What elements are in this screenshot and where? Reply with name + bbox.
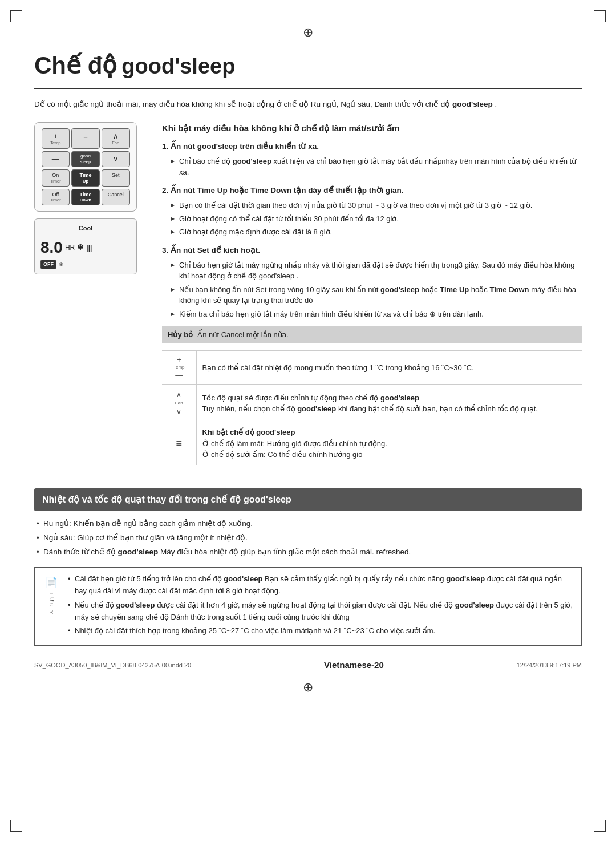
left-column: + Temp ≡ ∧ Fan — goodsleep [34,122,148,477]
table-icon-fan: ∧ Fan ∨ [162,385,196,422]
table-text-fan: Tốc độ quạt sẽ được điều chỉnh tự động t… [196,385,582,422]
step-3: 3. Ấn nút Set để kích hoạt. Chỉ báo hẹn … [162,245,582,320]
table-text-swing: Khi bật chế độ good'sleep Ở chế độ làm m… [196,422,582,465]
cancel-row: Hủy bỏ Ấn nút Cancel một lần nữa. [162,326,582,343]
note-icon-col: 📄 LƯU Ý [43,573,60,639]
remote-cancel: Cancel [102,189,130,206]
step2-title: 2. Ấn nút Time Up hoặc Time Down tận đáy… [162,185,582,196]
remote-wrap: + Temp ≡ ∧ Fan — goodsleep [39,128,132,206]
step1-title: 1. Ấn nút good'sleep trên điều khiển từ … [162,141,582,152]
title-good-sleep: good'sleep [121,50,235,83]
cancel-label: Hủy bỏ [168,329,193,341]
display-cool-label: Cool [40,224,131,233]
display-panel-image: Cool 8.0 HR ❄ ||| OFF ❄ [34,218,137,274]
step3-bullet-2: Nếu bạn không ấn nút Set trong vòng 10 g… [171,284,582,306]
step3-bullet-3: Kiểm tra chỉ báo hẹn giờ tắt máy trên mà… [171,309,582,320]
section2-bullet-2: Ngủ sâu: Giúp cơ thể bạn thư giãn và tăn… [34,532,582,544]
corner-tl [10,10,22,22]
section2-heading: Nhiệt độ và tốc độ quạt thay đổi trong c… [34,488,582,511]
corner-br [594,820,606,832]
display-off-label: OFF [40,260,56,270]
main-content: + Temp ≡ ∧ Fan — goodsleep [34,122,582,477]
remote-fan-down: ∨ [102,151,130,167]
footer-date-label: 12/24/2013 9:17:19 PM [517,661,582,670]
remote-off-timer: Off Timer [42,189,70,206]
remote-temp-minus: — [42,151,70,167]
remote-time-down: Time Down [71,189,100,206]
step1-bullets: Chỉ báo chế độ good'sleep xuất hiện và c… [171,156,582,178]
section2-bullet-list: Ru ngủ: Khiến bạn dễ ngủ bằng cách giảm … [34,518,582,558]
info-table: + Temp — Bạn có thể cài đặt nhiệt độ mon… [162,350,582,465]
table-row-temp: + Temp — Bạn có thể cài đặt nhiệt độ mon… [162,350,582,384]
step3-bullets: Chỉ báo hẹn giờ tắt máy ngừng nhấp nháy … [171,260,582,320]
note-box: 📄 LƯU Ý Cài đặt hẹn giờ từ 5 tiếng trở l… [34,567,582,646]
corner-tr [594,10,606,22]
display-sub-row: OFF ❄ [40,260,131,270]
note-document-icon: 📄 [45,574,58,591]
note-content: Cài đặt hẹn giờ từ 5 tiếng trở lên cho c… [67,573,573,639]
section2-bullet-1: Ru ngủ: Khiến bạn dễ ngủ bằng cách giảm … [34,518,582,529]
title-part1: Chế độ [34,47,117,83]
right-column: Khi bật máy điều hòa không khí ở chế độ … [162,122,582,477]
step2-bullet-1: Bạn có thể cài đặt thời gian theo đơn vị… [171,200,582,211]
compass-bottom-icon: ⊕ [34,678,582,697]
footer: SV_GOOD_A3050_IB&IM_VI_DB68-04275A-00.in… [34,655,582,672]
step2-bullet-3: Giờ hoạt động mặc định được cài đặt là 8… [171,226,582,238]
table-icon-temp: + Temp — [162,350,196,384]
display-snowflake2: ❄ [59,260,63,269]
page-title: Chế độ good'sleep [34,47,582,89]
compass-top-icon: ⊕ [34,23,582,42]
remote-good-sleep: goodsleep [71,151,100,167]
table-row-fan: ∧ Fan ∨ Tốc độ quạt sẽ được điều chỉnh t… [162,385,582,422]
note-bullet-3: Nhiệt độ cài đặt thích hợp trong khoảng … [67,625,573,637]
remote-time-up: Time Up [71,169,100,187]
note-bullet-1: Cài đặt hẹn giờ từ 5 tiếng trở lên cho c… [67,573,573,597]
remote-temp-plus: + Temp [42,128,70,149]
section2-bullet-3: Đánh thức từ chế độ good'sleep Máy điều … [34,547,582,558]
step-1: 1. Ấn nút good'sleep trên điều khiển từ … [162,141,582,178]
footer-page-number: Vietnamese-20 [324,659,384,672]
step3-title: 3. Ấn nút Set để kích hoạt. [162,245,582,256]
step2-bullet-2: Giờ hoạt động có thể cài đặt từ tối thiể… [171,213,582,225]
remote-set: Set [102,169,130,187]
step1-bullet-1: Chỉ báo chế độ good'sleep xuất hiện và c… [171,156,582,178]
remote-swing: ≡ [71,128,100,149]
table-text-temp: Bạn có thể cài đặt nhiệt độ mong muốn th… [196,350,582,384]
footer-file-label: SV_GOOD_A3050_IB&IM_VI_DB68-04275A-00.in… [34,661,191,670]
display-bars: ||| [86,242,92,253]
note-bullet-2: Nếu chế độ good'sleep được cài đặt ít hơ… [67,600,573,624]
display-snowflake: ❄ [77,241,84,253]
table-row-swing: ≡ Khi bật chế độ good'sleep Ở chế độ làm… [162,422,582,465]
step3-bullet-1: Chỉ báo hẹn giờ tắt máy ngừng nhấp nháy … [171,260,582,282]
corner-bl [10,820,22,832]
remote-fan-up: ∧ Fan [102,128,130,149]
cancel-text: Ấn nút Cancel một lần nữa. [197,329,288,341]
step2-bullets: Bạn có thể cài đặt thời gian theo đơn vị… [171,200,582,238]
display-hr: HR [65,242,75,253]
remote-control-image: + Temp ≡ ∧ Fan — goodsleep [34,122,137,212]
note-label: LƯU Ý [47,593,55,615]
step-2: 2. Ấn nút Time Up hoặc Time Down tận đáy… [162,185,582,238]
display-digits: 8.0 HR ❄ ||| [40,236,131,260]
section1-heading: Khi bật máy điều hòa không khí ở chế độ … [162,122,582,134]
intro-paragraph: Để có một giấc ngủ thoải mái, máy điều h… [34,98,582,111]
table-icon-swing: ≡ [162,422,196,465]
remote-on-timer: On Timer [42,169,70,187]
